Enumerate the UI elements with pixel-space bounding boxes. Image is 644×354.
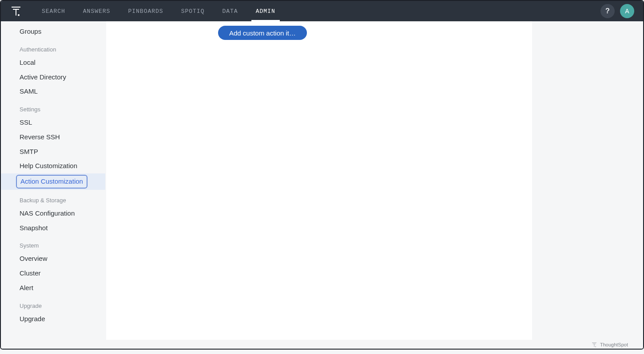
sidebar-item-local[interactable]: Local <box>1 55 105 70</box>
nav-item-search[interactable]: SEARCH <box>42 1 65 21</box>
sidebar-item-groups[interactable]: Groups <box>1 24 105 39</box>
sidebar-section-upgrade: Upgrade <box>1 295 105 312</box>
nav-item-answers[interactable]: ANSWERS <box>83 1 111 21</box>
footer-brand: ThoughtSpot <box>591 342 628 348</box>
nav-item-pinboards[interactable]: PINBOARDS <box>128 1 163 21</box>
sidebar-section-authentication: Authentication <box>1 39 105 55</box>
svg-point-3 <box>18 14 20 16</box>
sidebar-section-settings: Settings <box>1 99 105 115</box>
sidebar-item-reverse-ssh[interactable]: Reverse SSH <box>1 130 105 145</box>
user-avatar[interactable]: A <box>620 4 634 18</box>
sidebar-item-help-customization[interactable]: Help Customization <box>1 159 105 173</box>
nav-item-admin[interactable]: ADMIN <box>256 1 275 21</box>
content-panel: Add custom action it… <box>106 21 532 340</box>
top-nav: SEARCHANSWERSPINBOARDSSPOTIQDATAADMIN ? … <box>1 1 643 21</box>
main-content: Add custom action it… ThoughtSpot <box>105 21 643 349</box>
sidebar-item-cluster[interactable]: Cluster <box>1 266 105 281</box>
sidebar-item-active-directory[interactable]: Active Directory <box>1 70 105 85</box>
sidebar-item-upgrade[interactable]: Upgrade <box>1 312 105 326</box>
add-custom-action-button[interactable]: Add custom action it… <box>218 26 307 40</box>
sidebar-item-nas-configuration[interactable]: NAS Configuration <box>1 206 105 221</box>
sidebar-item-snapshot[interactable]: Snapshot <box>1 221 105 236</box>
brand-logo[interactable] <box>10 5 22 17</box>
sidebar-item-action-customization[interactable]: Action Customization <box>1 173 105 190</box>
nav-item-data[interactable]: DATA <box>222 1 238 21</box>
sidebar-section-backup-storage: Backup & Storage <box>1 190 105 206</box>
sidebar-item-ssl[interactable]: SSL <box>1 115 105 130</box>
sidebar-item-saml[interactable]: SAML <box>1 84 105 99</box>
footer-brand-text: ThoughtSpot <box>600 342 628 347</box>
admin-sidebar: GroupsAuthenticationLocalActive Director… <box>1 21 105 349</box>
svg-point-7 <box>595 346 596 347</box>
sidebar-item-smtp[interactable]: SMTP <box>1 145 105 159</box>
help-button[interactable]: ? <box>600 4 615 18</box>
sidebar-item-alert[interactable]: Alert <box>1 281 105 295</box>
nav-item-spotiq[interactable]: SPOTIQ <box>181 1 205 21</box>
sidebar-section-system: System <box>1 235 105 252</box>
sidebar-item-overview[interactable]: Overview <box>1 252 105 266</box>
